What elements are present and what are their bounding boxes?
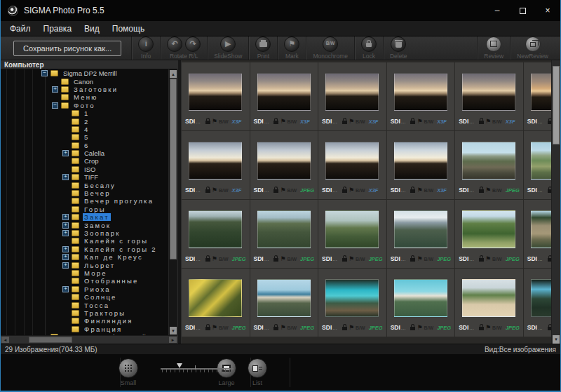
thumbnail-cell[interactable]: SDI...⚑B/WJPEG [318,200,386,268]
menu-item[interactable]: Помощь [106,24,151,34]
expand-icon[interactable]: + [62,254,69,260]
monochrome-icon[interactable]: B/W [323,36,338,52]
expand-icon[interactable]: + [62,262,69,269]
expand-icon[interactable]: + [62,174,69,180]
thumbnail-cell[interactable]: SDI...⚑B/WJPEG [387,269,455,337]
thumbnail-cell[interactable]: SDI...⚑B/WJPEG [455,200,523,268]
tree-item[interactable]: +Риоха [1,285,168,293]
expand-icon[interactable]: + [62,246,69,252]
photo-thumbnail[interactable] [394,73,447,111]
expand-icon[interactable]: + [62,286,69,292]
tree-item[interactable]: Финляндия [1,317,168,325]
tree-item[interactable]: Тракторы [1,309,168,317]
thumbnail-cell[interactable]: SDI...⚑B/WJPEG [250,269,318,337]
photo-thumbnail[interactable] [462,73,515,111]
review-icon[interactable] [486,36,501,52]
photo-thumbnail[interactable] [325,142,379,180]
tree-item[interactable]: Тосса [1,301,168,309]
photo-thumbnail[interactable] [394,142,447,180]
save-picture-as-button[interactable]: Сохранить рисунок как... [13,41,121,56]
tree-item[interactable]: Море [1,269,168,277]
thumbnail-cell[interactable]: SDI...⚑B/WX3F [387,131,455,199]
thumbnail-cell[interactable]: SDI...⚑B/WX3F [318,131,386,199]
tree-item[interactable]: +TIFF [1,173,168,181]
thumbnail-cell[interactable]: SDI...⚑B/WX3F [182,62,250,130]
photo-thumbnail[interactable] [189,142,242,180]
grid-scroll-down-icon[interactable]: ▼ [553,335,560,344]
tree-item[interactable]: +Calella [1,149,168,157]
thumbnail-size-slider[interactable] [161,363,234,374]
tree-item[interactable]: −Фото [1,102,168,109]
scroll-down-icon[interactable]: ▼ [170,327,177,334]
tree-item[interactable]: Canon [1,77,168,85]
photo-thumbnail[interactable] [189,210,242,248]
mark-flag-icon[interactable]: ⚑ [284,36,299,52]
photo-thumbnail[interactable] [394,210,447,248]
expand-icon[interactable]: + [62,214,69,220]
photo-thumbnail[interactable] [325,210,379,248]
menu-item[interactable]: Правка [37,24,79,34]
thumbnail-cell[interactable]: SDI...⚑B/WX3F [182,131,250,199]
close-button[interactable]: × [535,0,560,21]
info-icon[interactable]: i [138,36,154,52]
grid-scroll-thumb[interactable] [553,66,560,144]
photo-thumbnail[interactable] [189,73,242,111]
tree-horizontal-scrollbar[interactable]: ◄ ► [1,335,177,344]
tree-item[interactable]: +Льорет [1,261,168,269]
tree-item[interactable]: 5 [1,133,168,141]
new-review-icon[interactable] [525,36,541,52]
expand-icon[interactable]: + [62,150,69,156]
photo-thumbnail[interactable] [325,73,379,111]
photo-thumbnail[interactable] [189,279,242,317]
tree-item[interactable]: Меню [1,93,168,101]
tree-item[interactable]: Вечер прогулка [1,197,168,205]
minimize-button[interactable]: – [485,0,510,21]
thumbnail-cell[interactable]: SDI...⚑B/WJPEG [455,269,523,337]
thumbnail-cell[interactable]: SDI...⚑B/WJPEG [250,131,318,199]
photo-thumbnail[interactable] [257,73,311,111]
tree-item-selected[interactable]: +Закат [1,213,168,221]
thumbnail-cell[interactable]: SDI...⚑B/WJPEG [250,200,318,268]
scroll-up-icon[interactable]: ▲ [170,70,177,78]
photo-thumbnail[interactable] [462,279,515,317]
tree-item[interactable]: +Замок [1,221,168,229]
photo-thumbnail[interactable] [325,279,379,317]
tree-item[interactable]: +Зоопарк [1,229,168,237]
tree-item[interactable]: Вечер [1,189,168,197]
tree-item[interactable]: Горы [1,205,168,213]
scroll-right-icon[interactable]: ► [169,337,177,343]
slider-thumb[interactable] [177,363,182,368]
thumbnail-cell[interactable]: SDI...⚑B/WX3F [318,62,386,130]
tree-item[interactable]: 4 [1,126,168,133]
menu-item[interactable]: Вид [78,24,106,34]
print-icon[interactable] [255,36,271,52]
tree-item[interactable]: +Калейя с горы 2 [1,245,168,253]
photo-thumbnail[interactable] [394,279,447,317]
tree-hscroll-thumb[interactable] [29,337,72,343]
rotate-left-icon[interactable]: ↶ [167,36,182,52]
collapse-icon[interactable]: − [52,102,58,109]
expand-icon[interactable]: + [62,222,69,229]
small-view-button[interactable]: Small [109,358,148,386]
thumbnail-cell[interactable]: SDI...⚑B/WJPEG [182,200,250,268]
tree-vertical-scrollbar[interactable]: ▲ ▼ [168,69,177,335]
thumbnail-cell[interactable]: SDI...⚑B/WJPEG [387,200,455,268]
thumbnail-cell[interactable]: SDI...⚑B/WX3F [455,62,523,130]
photo-thumbnail[interactable] [257,142,311,180]
thumbnail-cell[interactable]: SDI...⚑B/WX3F [250,62,318,130]
tree-item[interactable]: Отобранные [1,277,168,285]
photo-thumbnail[interactable] [462,142,515,180]
photo-thumbnail[interactable] [462,210,515,248]
tree-item[interactable]: 1 [1,109,168,117]
menu-item[interactable]: Файл [4,24,37,34]
rotate-right-icon[interactable]: ↷ [185,36,201,52]
tree-item[interactable]: +Кап де Креус [1,253,168,261]
tree-scroll-thumb[interactable] [170,79,177,259]
tree-item[interactable]: Франция [1,325,168,333]
photo-thumbnail[interactable] [257,210,311,248]
tree-item[interactable]: Калейя с горы [1,237,168,245]
tree-item[interactable]: −Sigma DP2 Merrill [1,69,168,77]
title-bar[interactable]: SIGMA Photo Pro 5.5 – × [1,0,560,21]
thumbnail-cell[interactable]: SDI...⚑B/WJPEG [318,269,386,337]
tree-item[interactable]: Солнце [1,293,168,301]
